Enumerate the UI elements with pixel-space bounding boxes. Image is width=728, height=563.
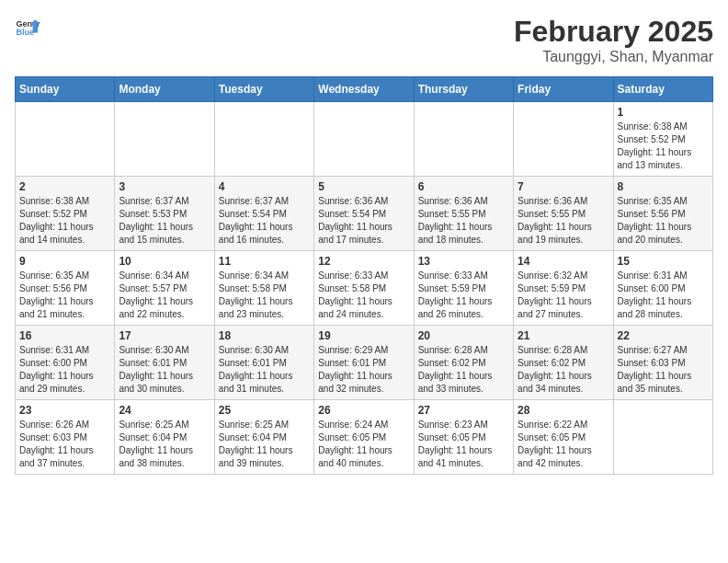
weekday-header-friday: Friday bbox=[514, 77, 613, 102]
weekday-header-saturday: Saturday bbox=[613, 77, 712, 102]
weekday-header-tuesday: Tuesday bbox=[214, 77, 313, 102]
calendar-cell: 2Sunrise: 6:38 AM Sunset: 5:52 PM Daylig… bbox=[16, 177, 115, 251]
day-number: 9 bbox=[19, 255, 110, 268]
calendar-cell: 17Sunrise: 6:30 AM Sunset: 6:01 PM Dayli… bbox=[115, 326, 214, 400]
day-info: Sunrise: 6:34 AM Sunset: 5:57 PM Dayligh… bbox=[119, 270, 210, 321]
day-number: 28 bbox=[518, 404, 609, 417]
day-info: Sunrise: 6:34 AM Sunset: 5:58 PM Dayligh… bbox=[219, 270, 310, 321]
day-number: 19 bbox=[318, 329, 409, 342]
title-area: February 2025 Taunggyi, Shan, Myanmar bbox=[514, 15, 713, 65]
header: General Blue February 2025 Taunggyi, Sha… bbox=[15, 15, 713, 65]
month-title: February 2025 bbox=[514, 15, 713, 49]
calendar-cell: 26Sunrise: 6:24 AM Sunset: 6:05 PM Dayli… bbox=[314, 400, 414, 475]
calendar-cell: 9Sunrise: 6:35 AM Sunset: 5:56 PM Daylig… bbox=[16, 251, 115, 326]
calendar-cell: 8Sunrise: 6:35 AM Sunset: 5:56 PM Daylig… bbox=[613, 177, 712, 251]
day-info: Sunrise: 6:36 AM Sunset: 5:55 PM Dayligh… bbox=[518, 195, 609, 247]
svg-text:Blue: Blue bbox=[16, 28, 34, 37]
calendar-cell bbox=[16, 102, 115, 177]
day-number: 17 bbox=[119, 329, 210, 342]
calendar-cell: 19Sunrise: 6:29 AM Sunset: 6:01 PM Dayli… bbox=[314, 326, 414, 400]
day-info: Sunrise: 6:36 AM Sunset: 5:54 PM Dayligh… bbox=[318, 195, 409, 247]
day-number: 23 bbox=[19, 404, 110, 417]
day-number: 27 bbox=[418, 404, 509, 417]
day-number: 21 bbox=[518, 329, 609, 342]
calendar-cell bbox=[214, 102, 313, 177]
day-number: 15 bbox=[618, 255, 709, 268]
day-number: 24 bbox=[119, 404, 210, 417]
day-info: Sunrise: 6:23 AM Sunset: 6:05 PM Dayligh… bbox=[418, 419, 509, 470]
calendar-cell: 24Sunrise: 6:25 AM Sunset: 6:04 PM Dayli… bbox=[115, 400, 214, 475]
day-info: Sunrise: 6:37 AM Sunset: 5:53 PM Dayligh… bbox=[119, 195, 210, 247]
day-number: 1 bbox=[618, 106, 709, 119]
calendar-cell: 14Sunrise: 6:32 AM Sunset: 5:59 PM Dayli… bbox=[514, 251, 613, 326]
day-info: Sunrise: 6:22 AM Sunset: 6:05 PM Dayligh… bbox=[518, 419, 609, 470]
day-number: 22 bbox=[618, 329, 709, 342]
day-info: Sunrise: 6:33 AM Sunset: 5:58 PM Dayligh… bbox=[318, 270, 409, 321]
calendar-cell: 18Sunrise: 6:30 AM Sunset: 6:01 PM Dayli… bbox=[214, 326, 313, 400]
day-info: Sunrise: 6:28 AM Sunset: 6:02 PM Dayligh… bbox=[418, 344, 509, 396]
calendar-cell: 23Sunrise: 6:26 AM Sunset: 6:03 PM Dayli… bbox=[16, 400, 115, 475]
calendar-cell: 16Sunrise: 6:31 AM Sunset: 6:00 PM Dayli… bbox=[16, 326, 115, 400]
calendar-cell: 27Sunrise: 6:23 AM Sunset: 6:05 PM Dayli… bbox=[414, 400, 513, 475]
calendar-cell: 1Sunrise: 6:38 AM Sunset: 5:52 PM Daylig… bbox=[613, 102, 712, 177]
day-info: Sunrise: 6:31 AM Sunset: 6:00 PM Dayligh… bbox=[618, 270, 709, 321]
day-info: Sunrise: 6:35 AM Sunset: 5:56 PM Dayligh… bbox=[19, 270, 110, 321]
day-info: Sunrise: 6:30 AM Sunset: 6:01 PM Dayligh… bbox=[219, 344, 310, 396]
day-info: Sunrise: 6:26 AM Sunset: 6:03 PM Dayligh… bbox=[19, 419, 110, 470]
day-info: Sunrise: 6:27 AM Sunset: 6:03 PM Dayligh… bbox=[618, 344, 709, 396]
calendar-cell: 5Sunrise: 6:36 AM Sunset: 5:54 PM Daylig… bbox=[314, 177, 414, 251]
location-title: Taunggyi, Shan, Myanmar bbox=[514, 49, 713, 65]
day-number: 25 bbox=[219, 404, 310, 417]
day-number: 11 bbox=[219, 255, 310, 268]
weekday-header-sunday: Sunday bbox=[16, 77, 115, 102]
weekday-header-thursday: Thursday bbox=[414, 77, 513, 102]
day-info: Sunrise: 6:36 AM Sunset: 5:55 PM Dayligh… bbox=[418, 195, 509, 247]
week-row-2: 2Sunrise: 6:38 AM Sunset: 5:52 PM Daylig… bbox=[16, 177, 713, 251]
day-info: Sunrise: 6:37 AM Sunset: 5:54 PM Dayligh… bbox=[219, 195, 310, 247]
calendar-cell: 10Sunrise: 6:34 AM Sunset: 5:57 PM Dayli… bbox=[115, 251, 214, 326]
day-info: Sunrise: 6:35 AM Sunset: 5:56 PM Dayligh… bbox=[618, 195, 709, 247]
week-row-5: 23Sunrise: 6:26 AM Sunset: 6:03 PM Dayli… bbox=[16, 400, 713, 475]
day-info: Sunrise: 6:30 AM Sunset: 6:01 PM Dayligh… bbox=[119, 344, 210, 396]
calendar-cell: 12Sunrise: 6:33 AM Sunset: 5:58 PM Dayli… bbox=[314, 251, 414, 326]
day-number: 3 bbox=[119, 180, 210, 193]
calendar-cell: 7Sunrise: 6:36 AM Sunset: 5:55 PM Daylig… bbox=[514, 177, 613, 251]
week-row-1: 1Sunrise: 6:38 AM Sunset: 5:52 PM Daylig… bbox=[16, 102, 713, 177]
calendar-cell: 28Sunrise: 6:22 AM Sunset: 6:05 PM Dayli… bbox=[514, 400, 613, 475]
day-info: Sunrise: 6:25 AM Sunset: 6:04 PM Dayligh… bbox=[219, 419, 310, 470]
calendar-cell bbox=[414, 102, 513, 177]
calendar-cell: 25Sunrise: 6:25 AM Sunset: 6:04 PM Dayli… bbox=[214, 400, 313, 475]
calendar-cell: 22Sunrise: 6:27 AM Sunset: 6:03 PM Dayli… bbox=[613, 326, 712, 400]
day-number: 4 bbox=[219, 180, 310, 193]
logo: General Blue bbox=[15, 15, 40, 40]
day-info: Sunrise: 6:38 AM Sunset: 5:52 PM Dayligh… bbox=[19, 195, 110, 247]
day-info: Sunrise: 6:31 AM Sunset: 6:00 PM Dayligh… bbox=[19, 344, 110, 396]
calendar-table: SundayMondayTuesdayWednesdayThursdayFrid… bbox=[15, 76, 713, 475]
day-number: 2 bbox=[19, 180, 110, 193]
day-number: 5 bbox=[318, 180, 409, 193]
calendar-cell: 6Sunrise: 6:36 AM Sunset: 5:55 PM Daylig… bbox=[414, 177, 513, 251]
day-info: Sunrise: 6:28 AM Sunset: 6:02 PM Dayligh… bbox=[518, 344, 609, 396]
day-number: 26 bbox=[318, 404, 409, 417]
day-info: Sunrise: 6:32 AM Sunset: 5:59 PM Dayligh… bbox=[518, 270, 609, 321]
calendar-cell: 4Sunrise: 6:37 AM Sunset: 5:54 PM Daylig… bbox=[214, 177, 313, 251]
day-info: Sunrise: 6:33 AM Sunset: 5:59 PM Dayligh… bbox=[418, 270, 509, 321]
calendar-cell: 3Sunrise: 6:37 AM Sunset: 5:53 PM Daylig… bbox=[115, 177, 214, 251]
day-number: 13 bbox=[418, 255, 509, 268]
calendar-cell bbox=[514, 102, 613, 177]
calendar-cell bbox=[613, 400, 712, 475]
weekday-header-wednesday: Wednesday bbox=[314, 77, 414, 102]
calendar-cell: 11Sunrise: 6:34 AM Sunset: 5:58 PM Dayli… bbox=[214, 251, 313, 326]
day-number: 16 bbox=[19, 329, 110, 342]
day-info: Sunrise: 6:24 AM Sunset: 6:05 PM Dayligh… bbox=[318, 419, 409, 470]
day-number: 14 bbox=[518, 255, 609, 268]
day-number: 18 bbox=[219, 329, 310, 342]
calendar-cell: 21Sunrise: 6:28 AM Sunset: 6:02 PM Dayli… bbox=[514, 326, 613, 400]
logo-icon: General Blue bbox=[15, 15, 40, 40]
day-number: 10 bbox=[119, 255, 210, 268]
day-number: 8 bbox=[618, 180, 709, 193]
day-info: Sunrise: 6:29 AM Sunset: 6:01 PM Dayligh… bbox=[318, 344, 409, 396]
day-info: Sunrise: 6:25 AM Sunset: 6:04 PM Dayligh… bbox=[119, 419, 210, 470]
calendar-cell bbox=[115, 102, 214, 177]
day-number: 6 bbox=[418, 180, 509, 193]
